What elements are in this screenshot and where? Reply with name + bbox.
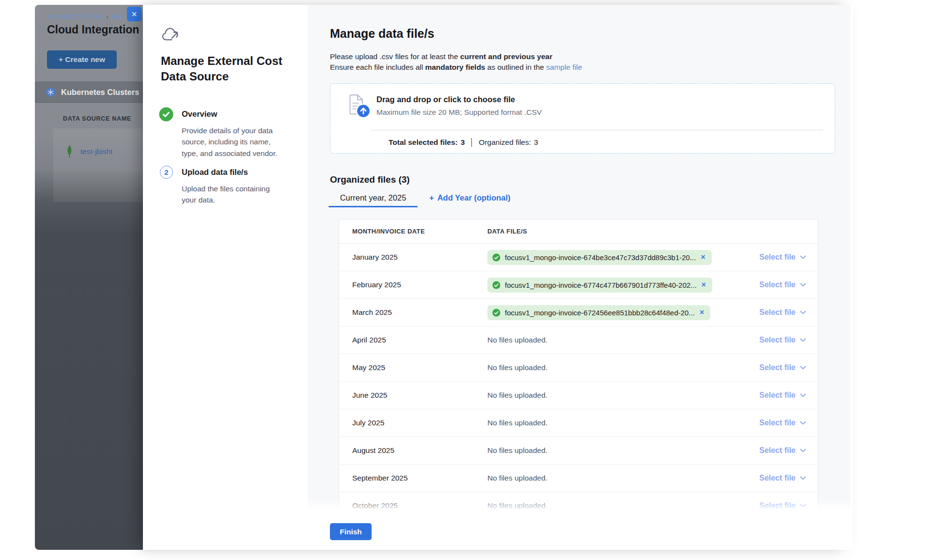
- file-chip: focusv1_mongo-invoice-6774c477b667901d77…: [487, 278, 712, 293]
- close-drawer-button[interactable]: ×: [127, 7, 141, 21]
- add-year-label: Add Year (optional): [437, 193, 511, 202]
- chevron-down-icon: [800, 366, 806, 370]
- instruction-line-1: Please upload .csv files for at least th…: [330, 51, 582, 62]
- month-cell: April 2025: [352, 336, 487, 344]
- sample-file-link[interactable]: sample file: [546, 63, 582, 71]
- wizard-panel: Manage External Cost Data Source Overvie…: [143, 5, 308, 550]
- total-selected-label: Total selected files:: [389, 138, 458, 147]
- organized-files-heading: Organized files (3): [330, 174, 410, 185]
- select-file-dropdown[interactable]: Select file: [738, 446, 806, 455]
- remove-file-icon[interactable]: ×: [699, 309, 704, 316]
- tab-kubernetes-clusters[interactable]: Kubernetes Clusters: [35, 82, 143, 102]
- breadcrumb-account-link[interactable]: Account: CCM-NG: [47, 13, 103, 20]
- wizard-title: Manage External Cost Data Source: [161, 53, 287, 84]
- file-chip-name: focusv1_mongo-invoice-672456ee851bbb28c6…: [505, 309, 695, 317]
- divider: [371, 130, 823, 130]
- select-file-label: Select file: [759, 501, 796, 510]
- organized-files-label: Organized files:: [479, 138, 531, 147]
- upload-instructions: Please upload .csv files for at least th…: [330, 51, 582, 72]
- upload-step-panel: Manage data file/s Please upload .csv fi…: [308, 5, 853, 550]
- finish-button[interactable]: Finish: [330, 523, 372, 540]
- step2-upload-title[interactable]: Upload data file/s: [182, 168, 248, 177]
- table-row: September 2025 No files uploaded. Select…: [339, 465, 818, 492]
- empty-cell-text: No files uploaded.: [487, 391, 547, 400]
- file-cell: focusv1_mongo-invoice-672456ee851bbb28c6…: [487, 305, 738, 320]
- select-file-label: Select file: [759, 419, 796, 427]
- table-row: May 2025 No files uploaded. Select file: [339, 354, 818, 382]
- chevron-down-icon: [800, 255, 806, 259]
- file-cell: No files uploaded.: [487, 336, 738, 344]
- select-file-dropdown[interactable]: Select file: [738, 253, 806, 262]
- month-cell: February 2025: [352, 280, 487, 289]
- upload-step-content: Manage data file/s Please upload .csv fi…: [308, 5, 851, 510]
- select-file-dropdown[interactable]: Select file: [738, 308, 806, 317]
- instruction-line-2: Ensure each file includes all mandatory …: [330, 62, 582, 73]
- month-column-header: MONTH/INVOICE DATE: [352, 228, 487, 235]
- data-source-link[interactable]: test-jbisht: [80, 147, 112, 156]
- select-file-dropdown[interactable]: Select file: [738, 419, 806, 427]
- file-counts: Total selected files: 3 Organized files:…: [389, 138, 538, 147]
- monthly-files-card: MONTH/INVOICE DATE DATA FILE/S January 2…: [339, 219, 818, 510]
- month-cell: August 2025: [352, 446, 487, 455]
- file-cell: No files uploaded.: [487, 391, 738, 400]
- chevron-down-icon: [800, 476, 806, 480]
- add-year-button[interactable]: + Add Year (optional): [429, 193, 511, 202]
- file-cell: No files uploaded.: [487, 501, 738, 510]
- select-file-dropdown[interactable]: Select file: [738, 336, 806, 344]
- breadcrumb-separator: ›: [106, 13, 109, 20]
- select-file-label: Select file: [759, 280, 796, 289]
- file-upload-icon: [344, 92, 371, 119]
- tab-current-year-2025[interactable]: Current year, 2025: [328, 188, 418, 207]
- select-file-label: Select file: [759, 336, 796, 344]
- tab-kubernetes-clusters-label: Kubernetes Clusters: [61, 88, 139, 97]
- page-title: Cloud Integration: [47, 23, 139, 36]
- empty-cell-text: No files uploaded.: [487, 419, 547, 427]
- chevron-down-icon: [800, 311, 806, 314]
- step1-overview-title[interactable]: Overview: [182, 109, 217, 119]
- file-chip: focusv1_mongo-invoice-674be3ce47c73d37dd…: [487, 250, 712, 265]
- file-dropzone[interactable]: Drag and drop or click to choose file Ma…: [330, 83, 835, 154]
- select-file-dropdown[interactable]: Select file: [738, 280, 806, 289]
- select-file-label: Select file: [759, 391, 796, 400]
- chevron-down-icon: [800, 449, 806, 452]
- select-file-dropdown[interactable]: Select file: [738, 501, 806, 510]
- select-file-dropdown[interactable]: Select file: [738, 363, 806, 372]
- dropzone-title: Drag and drop or click to choose file: [376, 95, 515, 104]
- cloud-export-icon: [161, 27, 181, 44]
- file-cell: No files uploaded.: [487, 419, 738, 427]
- table-header-row: MONTH/INVOICE DATE DATA FILE/S: [339, 219, 818, 244]
- plus-icon: +: [429, 193, 434, 202]
- table-row: October 2025 No files uploaded. Select f…: [339, 492, 818, 510]
- file-success-check-icon: [492, 309, 500, 317]
- step2-upload-description: Upload the files containing your data.: [182, 183, 284, 206]
- data-source-row-card: [53, 128, 143, 202]
- chevron-down-icon: [800, 283, 806, 287]
- file-cell: focusv1_mongo-invoice-6774c477b667901d77…: [487, 278, 738, 293]
- empty-cell-text: No files uploaded.: [487, 363, 547, 372]
- month-cell: January 2025: [352, 253, 487, 262]
- select-file-label: Select file: [759, 474, 796, 482]
- select-file-dropdown[interactable]: Select file: [738, 391, 806, 400]
- create-new-button[interactable]: + Create new: [47, 50, 117, 69]
- total-selected-value: 3: [461, 138, 465, 147]
- select-file-label: Select file: [759, 446, 796, 455]
- data-source-row[interactable]: test-jbisht: [66, 144, 112, 159]
- divider: [35, 102, 143, 103]
- month-cell: September 2025: [352, 474, 487, 482]
- kubernetes-icon: [46, 87, 56, 97]
- empty-cell-text: No files uploaded.: [487, 501, 547, 510]
- select-file-label: Select file: [759, 253, 796, 262]
- select-file-dropdown[interactable]: Select file: [738, 474, 806, 482]
- remove-file-icon[interactable]: ×: [700, 253, 705, 261]
- remove-file-icon[interactable]: ×: [701, 281, 706, 289]
- chevron-down-icon: [800, 504, 806, 508]
- select-file-label: Select file: [759, 363, 796, 372]
- breadcrumb-section-link[interactable]: Set: [111, 13, 122, 20]
- table-row: January 2025 focusv1_mongo-invoice-674be…: [339, 244, 818, 271]
- empty-cell-text: No files uploaded.: [487, 336, 547, 344]
- table-row: July 2025 No files uploaded. Select file: [339, 409, 818, 437]
- chevron-down-icon: [800, 421, 806, 425]
- table-row: June 2025 No files uploaded. Select file: [339, 382, 818, 409]
- month-cell: March 2025: [352, 308, 487, 317]
- empty-cell-text: No files uploaded.: [487, 446, 547, 455]
